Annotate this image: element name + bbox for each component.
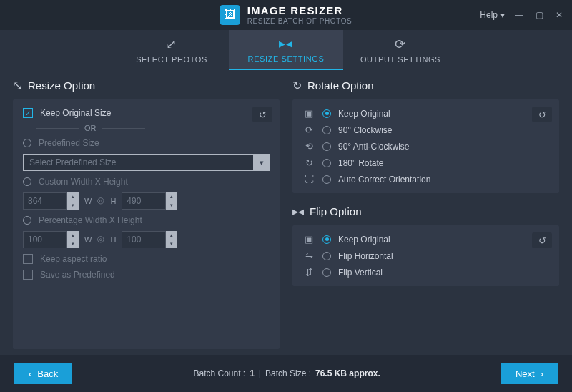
spin-down-icon: ▾ [67, 201, 79, 210]
expand-arrows-icon: ⤢ [166, 36, 177, 52]
radio-off-icon [322, 175, 331, 184]
back-button[interactable]: ‹ Back [14, 363, 72, 384]
flip-panel: ↺ ▣Keep Original ⇋Flip Horizontal ⇵Flip … [292, 225, 559, 286]
radio-off-icon [322, 142, 331, 151]
keep-aspect-checkbox[interactable]: Keep aspect ratio [23, 254, 270, 264]
link-icon[interactable]: ⦾ [97, 235, 104, 245]
predefined-size-select[interactable]: Select Predefined Size ▾ [23, 154, 270, 171]
batch-status: Batch Count : 1 | Batch Size : 76.5 KB a… [193, 368, 380, 378]
minimize-button[interactable]: — [513, 9, 525, 21]
resize-option-header: ⤡ Resize Option [13, 79, 280, 92]
step-tabs: ⤢ SELECT PHOTOS ▸◂ RESIZE SETTINGS ⟳ OUT… [0, 30, 572, 70]
tab-select-photos[interactable]: ⤢ SELECT PHOTOS [114, 30, 229, 70]
rotate-90ccw-radio[interactable]: ⟲90° Anti-Clockwise [302, 141, 549, 152]
app-subtitle: RESIZE BATCH OF PHOTOS [247, 17, 352, 25]
original-icon: ▣ [302, 108, 315, 119]
custom-height-input[interactable]: ▴▾ [122, 192, 177, 210]
app-logo-icon: 🖼 [220, 5, 240, 25]
next-button[interactable]: Next › [501, 363, 558, 384]
flip-vertical-radio[interactable]: ⇵Flip Vertical [302, 267, 549, 278]
radio-on-icon [322, 235, 331, 244]
resize-reset-button[interactable]: ↺ [252, 107, 272, 122]
custom-width-input[interactable]: ▴▾ [23, 192, 79, 210]
spin-up-icon: ▴ [67, 192, 79, 201]
checkbox-empty-icon [23, 254, 33, 264]
flip-reset-button[interactable]: ↺ [532, 232, 552, 248]
radio-off-icon [322, 126, 331, 134]
percentage-wh-radio[interactable]: Percentage Width X Height [23, 215, 270, 225]
footer-bar: ‹ Back Batch Count : 1 | Batch Size : 76… [0, 355, 572, 392]
custom-wh-radio[interactable]: Custom Width X Height [23, 177, 270, 187]
tab-label: SELECT PHOTOS [136, 55, 207, 64]
original-icon: ▣ [302, 234, 315, 245]
rotate-90cw-radio[interactable]: ⟳90° Clockwise [302, 124, 549, 135]
percent-height-input[interactable]: ▴▾ [122, 231, 177, 248]
tab-resize-settings[interactable]: ▸◂ RESIZE SETTINGS [229, 30, 343, 70]
radio-off-icon [322, 159, 331, 167]
checkbox-checked-icon: ✓ [23, 108, 33, 118]
link-icon[interactable]: ⦾ [97, 196, 104, 206]
flip-icon: ▸◂ [292, 205, 304, 218]
auto-orient-icon: ⛶ [302, 174, 315, 185]
tab-label: OUTPUT SETTINGS [360, 55, 440, 64]
flip-v-icon: ⇵ [302, 267, 315, 278]
help-label: Help [480, 10, 498, 20]
chevron-down-icon: ▾ [500, 10, 505, 20]
help-menu[interactable]: Help ▾ [480, 10, 505, 20]
save-as-predefined-checkbox[interactable]: Save as Predefined [23, 270, 270, 280]
rotate-cw-icon: ⟳ [302, 124, 315, 135]
gear-icon: ⟳ [395, 36, 406, 52]
rotate-icon: ↻ [292, 79, 302, 92]
flip-horizontal-radio[interactable]: ⇋Flip Horizontal [302, 250, 549, 261]
chevron-down-icon: ▾ [254, 154, 270, 171]
predefined-size-value: Select Predefined Size [23, 154, 254, 171]
or-divider: OR [36, 124, 270, 132]
radio-on-icon [322, 109, 331, 118]
flip-keep-radio[interactable]: ▣Keep Original [302, 234, 549, 245]
radio-off-icon [322, 252, 331, 260]
tab-label: RESIZE SETTINGS [248, 54, 325, 63]
close-button[interactable]: ✕ [553, 9, 565, 21]
radio-off-icon [23, 139, 31, 147]
radio-off-icon [23, 177, 31, 186]
percent-width-input[interactable]: ▴▾ [23, 231, 79, 248]
title-bar: 🖼 IMAGE RESIZER RESIZE BATCH OF PHOTOS H… [0, 0, 572, 30]
checkbox-empty-icon [23, 270, 33, 280]
rotate-auto-radio[interactable]: ⛶Auto Correct Orientation [302, 174, 549, 185]
resize-diag-icon: ⤡ [13, 79, 22, 92]
resize-icon: ▸◂ [279, 36, 292, 52]
rotate-180-radio[interactable]: ↻180° Rotate [302, 157, 549, 168]
chevron-left-icon: ‹ [29, 368, 31, 379]
radio-off-icon [322, 268, 331, 277]
rotate-panel: ↺ ▣Keep Original ⟳90° Clockwise ⟲90° Ant… [292, 99, 559, 193]
flip-option-header: ▸◂ Flip Option [292, 205, 559, 218]
rotate-option-header: ↻ Rotate Option [292, 79, 559, 92]
keep-original-size-checkbox[interactable]: ✓ Keep Original Size [23, 108, 270, 118]
tab-output-settings[interactable]: ⟳ OUTPUT SETTINGS [343, 30, 458, 70]
app-brand: 🖼 IMAGE RESIZER RESIZE BATCH OF PHOTOS [220, 5, 352, 25]
rotate-keep-radio[interactable]: ▣Keep Original [302, 108, 549, 119]
rotate-180-icon: ↻ [302, 157, 315, 168]
rotate-ccw-icon: ⟲ [302, 141, 315, 152]
app-title: IMAGE RESIZER [247, 5, 352, 17]
flip-h-icon: ⇋ [302, 250, 315, 261]
maximize-button[interactable]: ▢ [533, 9, 545, 21]
resize-panel: ↺ ✓ Keep Original Size OR Predefined Siz… [13, 99, 280, 349]
rotate-reset-button[interactable]: ↺ [532, 107, 552, 122]
chevron-right-icon: › [541, 368, 543, 379]
predefined-size-radio[interactable]: Predefined Size [23, 138, 270, 148]
radio-off-icon [23, 216, 31, 225]
